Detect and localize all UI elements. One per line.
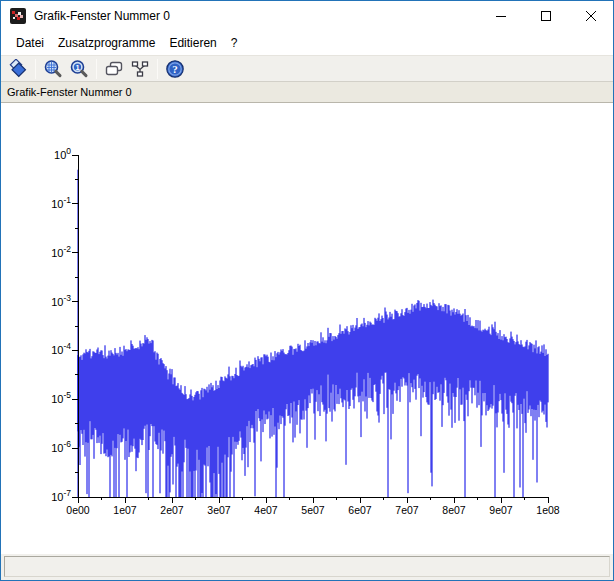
x-tick-label: 8e07 [442, 504, 466, 516]
window-title: Grafik-Fenster Nummer 0 [34, 9, 170, 23]
spectrum-series [78, 170, 548, 497]
maximize-icon [540, 10, 552, 22]
scilab-app-icon [10, 8, 26, 24]
figure-info-text: Grafik-Fenster Nummer 0 [7, 86, 132, 98]
original-view-button[interactable]: 1 [66, 57, 92, 81]
graphics-editor-icon [130, 59, 150, 79]
x-tick-label: 1e07 [113, 504, 137, 516]
menu-item-editieren[interactable]: Editieren [162, 33, 223, 53]
x-axis-tick-labels: 0e001e072e073e074e075e076e077e078e079e07… [66, 504, 560, 516]
y-tick-label: 100 [54, 146, 71, 161]
title-bar[interactable]: Grafik-Fenster Nummer 0 [1, 1, 613, 31]
toolbar-separator [35, 59, 36, 79]
graphics-editor-button[interactable] [127, 57, 153, 81]
status-bar [1, 554, 613, 580]
toolbar-separator [157, 59, 158, 79]
plot-svg: 10010-110-210-310-410-510-610-70e001e072… [1, 103, 613, 554]
window-controls [478, 1, 613, 31]
menu-item-hilfe[interactable]: ? [224, 33, 245, 53]
minimize-icon [495, 10, 507, 22]
y-tick-label: 10-2 [51, 244, 71, 259]
grafik-fenster-window: Grafik-Fenster Nummer 0 Datei Zu [0, 0, 614, 581]
y-tick-label: 10-4 [51, 341, 71, 356]
y-tick-label: 10-6 [51, 439, 71, 454]
copy-figure-button[interactable] [101, 57, 127, 81]
y-tick-label: 10-3 [51, 293, 71, 308]
y-tick-label: 10-1 [51, 195, 71, 210]
x-tick-label: 7e07 [395, 504, 419, 516]
x-tick-label: 3e07 [207, 504, 231, 516]
figure-info-bar: Grafik-Fenster Nummer 0 [1, 82, 613, 103]
x-tick-label: 5e07 [301, 504, 325, 516]
menu-item-datei[interactable]: Datei [9, 33, 51, 53]
status-panel [4, 556, 610, 577]
x-tick-label: 2e07 [160, 504, 184, 516]
close-button[interactable] [568, 1, 613, 31]
zoom-selection-icon [8, 59, 28, 79]
svg-text:?: ? [172, 63, 178, 75]
y-tick-label: 10-7 [51, 488, 71, 503]
x-tick-label: 1e08 [536, 504, 560, 516]
copy-figure-icon [104, 59, 124, 79]
zoom-in-icon [43, 59, 63, 79]
tool-bar: 1 ? [1, 55, 613, 82]
toolbar-separator [96, 59, 97, 79]
help-icon: ? [165, 59, 185, 79]
zoom-selection-button[interactable] [5, 57, 31, 81]
minimize-button[interactable] [478, 1, 523, 31]
zoom-in-button[interactable] [40, 57, 66, 81]
close-icon [585, 10, 597, 22]
x-tick-label: 9e07 [489, 504, 513, 516]
x-tick-label: 4e07 [254, 504, 278, 516]
x-tick-label: 0e00 [66, 504, 90, 516]
svg-text:1: 1 [75, 62, 79, 71]
original-view-icon: 1 [69, 59, 89, 79]
x-tick-label: 6e07 [348, 504, 372, 516]
y-axis-tick-labels: 10010-110-210-310-410-510-610-7 [51, 146, 71, 503]
y-tick-label: 10-5 [51, 390, 71, 405]
plot-canvas[interactable]: 10010-110-210-310-410-510-610-70e001e072… [1, 103, 613, 554]
help-button[interactable]: ? [162, 57, 188, 81]
menu-item-zusatzprogramme[interactable]: Zusatzprogramme [51, 33, 162, 53]
menu-bar: Datei Zusatzprogramme Editieren ? [1, 31, 613, 55]
maximize-button[interactable] [523, 1, 568, 31]
